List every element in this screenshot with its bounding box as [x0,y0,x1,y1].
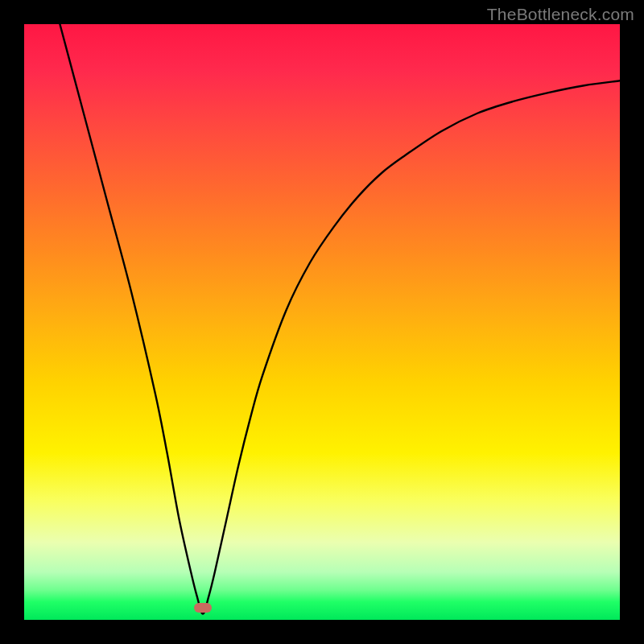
watermark-text: TheBottleneck.com [487,5,634,24]
optimal-point-marker [194,603,212,613]
bottleneck-curve [24,24,620,620]
chart-plot-area [24,24,620,620]
